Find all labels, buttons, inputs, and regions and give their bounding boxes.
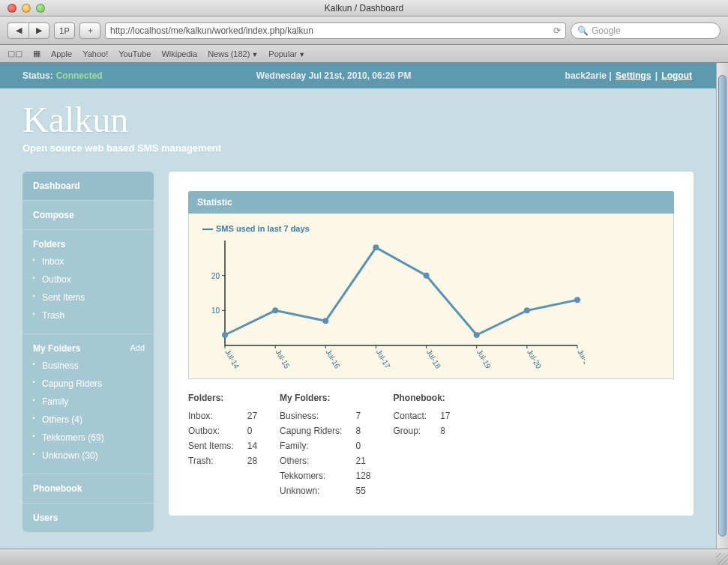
sidebar: Dashboard Compose Folders InboxOutboxSen… <box>22 172 154 532</box>
zoom-window-button[interactable] <box>36 4 45 13</box>
browser-toolbar: ◀ ▶ 1P ＋ http://localhost/me/kalkun/work… <box>0 16 728 45</box>
add-bookmark-button[interactable]: ＋ <box>79 22 100 39</box>
sidebar-item-dashboard[interactable]: Dashboard <box>22 172 154 201</box>
close-window-button[interactable] <box>7 4 16 13</box>
add-folder-link[interactable]: Add <box>130 343 145 352</box>
stat-folder-val-0: 27 <box>247 411 257 421</box>
window-resize-handle[interactable] <box>716 553 728 565</box>
panel-title: Statistic <box>188 191 674 214</box>
stat-myfolder-key-3: Others: <box>280 456 342 466</box>
logout-link[interactable]: Logout <box>661 70 692 81</box>
stat-myfolder-val-0: 7 <box>355 411 370 421</box>
stat-phonebook-key-0: Contact: <box>393 411 427 421</box>
brand-block: Kalkun Open source web based SMS managem… <box>0 88 716 172</box>
scrollbar-thumb[interactable] <box>718 75 727 537</box>
stat-myfolder-key-4: Tekkomers: <box>280 471 342 481</box>
stat-myfolder-val-5: 55 <box>355 486 370 496</box>
username: back2arie <box>565 70 607 81</box>
bookmark-apple[interactable]: Apple <box>51 49 72 58</box>
stats-myfolders-head: My Folders: <box>280 393 370 403</box>
top-sites-icon[interactable]: ▦ <box>33 49 40 58</box>
stats-folders-head: Folders: <box>188 393 257 403</box>
bookmarks-bar: ▢▢ ▦ Apple Yahoo! YouTube Wikipedia News… <box>0 45 728 63</box>
stat-myfolder-val-2: 0 <box>355 441 370 451</box>
stat-myfolder-val-4: 128 <box>355 471 370 481</box>
svg-point-21 <box>272 307 278 313</box>
back-button[interactable]: ◀ <box>7 22 28 39</box>
sms-line-chart: 1020Jul-14Jul-15Jul-16Jul-17Jul-18Jul-19… <box>202 236 585 371</box>
sidebar-myfolder-5[interactable]: Unknown (30) <box>33 447 143 465</box>
svg-text:Jul-20: Jul-20 <box>526 348 543 370</box>
svg-point-20 <box>222 332 228 338</box>
svg-text:Jul-19: Jul-19 <box>475 348 493 370</box>
status-value: Connected <box>56 70 103 81</box>
vertical-scrollbar[interactable] <box>716 63 728 549</box>
sidebar-myfolder-0[interactable]: Business <box>33 357 143 375</box>
bookmark-youtube[interactable]: YouTube <box>118 49 151 58</box>
svg-point-26 <box>524 307 530 313</box>
window-status-bar <box>0 549 728 565</box>
stat-myfolder-key-1: Capung Riders: <box>280 426 342 436</box>
bookmark-yahoo[interactable]: Yahoo! <box>82 49 108 58</box>
stat-myfolder-key-5: Unknown: <box>280 486 342 496</box>
onepassword-button[interactable]: 1P <box>54 22 75 39</box>
stats-folders: Folders: Inbox:27Outbox:0Sent Items:14Tr… <box>188 393 257 496</box>
content-panel: Statistic SMS used in last 7 days 1020Ju… <box>169 172 694 516</box>
sidebar-myfolder-4[interactable]: Tekkomers (69) <box>33 429 143 447</box>
url-field[interactable]: http://localhost/me/kalkun/worked/index.… <box>105 22 566 39</box>
svg-text:Jul-14: Jul-14 <box>223 348 241 370</box>
stat-folder-val-3: 28 <box>247 456 257 466</box>
stat-myfolder-key-0: Business: <box>280 411 342 421</box>
search-field[interactable]: 🔍 Google <box>571 22 721 39</box>
stat-myfolder-val-3: 21 <box>355 456 370 466</box>
svg-point-25 <box>474 332 480 338</box>
bookmark-popular[interactable]: Popular▼ <box>268 49 305 58</box>
stat-myfolder-key-2: Family: <box>280 441 342 451</box>
settings-link[interactable]: Settings <box>616 70 651 81</box>
sidebar-myfolder-1[interactable]: Capung Riders <box>33 375 143 393</box>
datetime: Wednesday Jul 21st, 2010, 06:26 PM <box>103 70 565 81</box>
chart-legend: SMS used in last 7 days <box>202 224 660 233</box>
sidebar-folder-1[interactable]: Outbox <box>33 271 143 288</box>
svg-text:Jul-15: Jul-15 <box>274 348 291 370</box>
search-placeholder: Google <box>592 25 621 36</box>
sidebar-item-users[interactable]: Users <box>22 504 154 532</box>
sidebar-item-phonebook[interactable]: Phonebook <box>22 474 154 504</box>
stat-phonebook-val-0: 17 <box>440 411 450 421</box>
status-label: Status: <box>22 70 53 81</box>
stats-phonebook: Phonebook: Contact:17Group:8 <box>393 393 450 496</box>
app-topbar: Status: Connected Wednesday Jul 21st, 20… <box>0 63 716 88</box>
sidebar-myfolder-2[interactable]: Family <box>33 393 143 411</box>
svg-text:20: 20 <box>211 272 220 280</box>
stats-myfolders: My Folders: Business:7Capung Riders:8Fam… <box>280 393 370 496</box>
app-tagline: Open source web based SMS management <box>22 142 694 154</box>
forward-button[interactable]: ▶ <box>28 22 49 39</box>
stat-folder-key-0: Inbox: <box>188 411 234 421</box>
window-title: Kalkun / Dashboard <box>0 3 728 13</box>
chart-container: SMS used in last 7 days 1020Jul-14Jul-15… <box>188 214 674 379</box>
stat-phonebook-key-1: Group: <box>393 426 427 436</box>
svg-text:Jul-16: Jul-16 <box>325 348 342 370</box>
sidebar-folder-2[interactable]: Sent Items <box>33 288 143 306</box>
search-icon: 🔍 <box>577 25 589 36</box>
window-titlebar: Kalkun / Dashboard <box>0 0 728 16</box>
reload-icon[interactable]: ⟳ <box>553 25 561 36</box>
svg-point-22 <box>322 318 328 324</box>
stat-folder-key-3: Trash: <box>188 456 234 466</box>
svg-text:10: 10 <box>211 306 220 315</box>
bookmark-wikipedia[interactable]: Wikipedia <box>161 49 197 58</box>
stat-folder-val-2: 14 <box>247 441 257 451</box>
svg-text:Jul-17: Jul-17 <box>375 348 392 370</box>
url-text: http://localhost/me/kalkun/worked/index.… <box>110 25 313 36</box>
bookmarks-menu-icon[interactable]: ▢▢ <box>7 49 22 58</box>
stat-folder-key-2: Sent Items: <box>188 441 234 451</box>
svg-point-23 <box>373 244 379 250</box>
minimize-window-button[interactable] <box>22 4 31 13</box>
sidebar-item-compose[interactable]: Compose <box>22 201 154 230</box>
bookmark-news[interactable]: News (182)▼ <box>208 49 258 58</box>
svg-point-24 <box>424 273 430 279</box>
sidebar-folder-0[interactable]: Inbox <box>33 253 143 271</box>
sidebar-folder-3[interactable]: Trash <box>33 306 143 324</box>
stat-phonebook-val-1: 8 <box>440 426 450 436</box>
sidebar-myfolder-3[interactable]: Others (4) <box>33 411 143 429</box>
